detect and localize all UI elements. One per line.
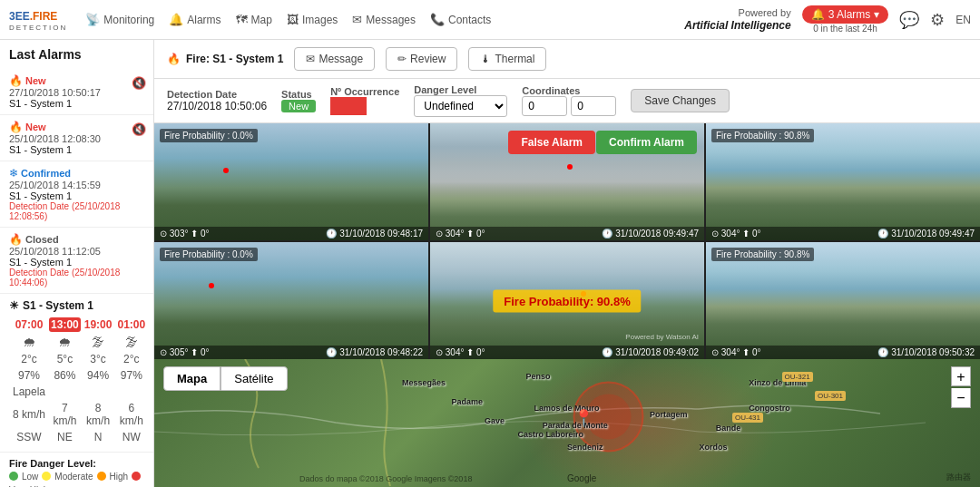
- alarm-item-1[interactable]: 🔥 New 🔇 27/10/2018 10:50:17 S1 - System …: [0, 69, 153, 115]
- alarm-location-3: S1 - System 1: [9, 190, 144, 201]
- map-area: Mapa Satélite 📍 + − Messegães Penso Pada…: [154, 359, 980, 487]
- image-timestamp-4: 🕐 31/10/2018 09:48:22: [326, 347, 423, 357]
- danger-dot-moderate: [42, 472, 51, 481]
- images-map-area: Fire Probability : 0.0% ⊙ 303° ⬆ 0° 🕐 31…: [154, 123, 980, 487]
- nav-map[interactable]: 🗺 Map: [236, 13, 272, 26]
- image-angle-4: ⊙ 305° ⬆ 0°: [160, 347, 210, 357]
- weather-wind-dir-row: SSW NE N NW: [11, 430, 147, 444]
- map-zoom-out-button[interactable]: −: [951, 388, 971, 408]
- nav-images[interactable]: 🖼 Images: [287, 13, 338, 26]
- alarm-detect-4: Detection Date (25/10/2018 10:44:06): [9, 268, 144, 287]
- alarm-status-1: New: [25, 75, 46, 86]
- review-button[interactable]: ✏ Review: [386, 47, 457, 71]
- mute-icon-1[interactable]: 🔇: [132, 76, 146, 90]
- weather-table: 07:00 13:00 19:00 01:00 🌧 🌧 🌫 🌫 2°c 5°c …: [9, 316, 149, 446]
- image-timestamp-6: 🕐 31/10/2018 09:50:32: [877, 347, 975, 357]
- confirm-alarm-button[interactable]: Confirm Alarm: [596, 131, 697, 154]
- place-label-gave: Gave: [485, 416, 505, 425]
- place-label-xordos: Xordos: [700, 443, 728, 452]
- image-overlay-2: ⊙ 304° ⬆ 0° 🕐 31/10/2018 09:49:47: [430, 227, 704, 240]
- message-button[interactable]: ✉ Message: [294, 47, 375, 71]
- image-prob-6: Fire Probability : 90.8%: [711, 248, 814, 261]
- mute-icon-2[interactable]: 🔇: [132, 122, 146, 136]
- content-title: 🔥 Fire: S1 - System 1: [167, 53, 283, 65]
- thermal-btn-icon: 🌡: [480, 53, 491, 65]
- alarm-item-2[interactable]: 🔥 New 🔇 25/10/2018 12:08:30 S1 - System …: [0, 115, 153, 161]
- contacts-icon: 📞: [430, 13, 445, 26]
- thermal-button[interactable]: 🌡 Thermal: [468, 47, 546, 71]
- map-mapa-button[interactable]: Mapa: [163, 366, 220, 391]
- place-label-castro: Castro Laboreiro: [517, 430, 583, 439]
- danger-dot-high: [97, 472, 106, 481]
- fire-icon-1: 🔥: [9, 74, 23, 87]
- road-label-ou301: OU-301: [815, 391, 846, 401]
- map-overlay-buttons: Mapa Satélite: [163, 366, 288, 391]
- image-cell-6[interactable]: Fire Probability : 90.8% ⊙ 304° ⬆ 0° 🕐 3…: [706, 242, 980, 359]
- map-extra-credit: 路由器: [946, 472, 971, 483]
- image-cell-1[interactable]: Fire Probability : 0.0% ⊙ 303° ⬆ 0° 🕐 31…: [154, 123, 428, 240]
- alarm-status-2: New: [25, 122, 46, 132]
- sidebar: Last Alarms 🔥 New 🔇 27/10/2018 10:50:17 …: [0, 40, 154, 487]
- alarm-item-4[interactable]: 🔥 Closed 25/10/2018 11:12:05 S1 - System…: [0, 228, 153, 294]
- place-label-bande: Bande: [716, 424, 741, 433]
- save-changes-button[interactable]: Save Changes: [631, 89, 730, 112]
- detection-coord-col: Coordinates: [522, 85, 616, 116]
- fire-icon-2: 🔥: [9, 121, 23, 133]
- detection-occurrence-col: Nº Occurrence: [330, 86, 399, 115]
- review-btn-icon: ✏: [397, 53, 407, 65]
- time-0700[interactable]: 07:00: [11, 317, 47, 332]
- image-timestamp-5: 🕐 31/10/2018 09:49:02: [602, 347, 699, 357]
- alarm-badge[interactable]: 🔔 3 Alarms ▾: [802, 5, 889, 24]
- map-data-credit: Dados do mapa ©2018 Google Imagens ©2018: [299, 474, 472, 483]
- image-overlay-1: ⊙ 303° ⬆ 0° 🕐 31/10/2018 09:48:17: [154, 227, 428, 240]
- danger-dot-low: [9, 472, 18, 481]
- settings-icon[interactable]: ⚙: [930, 10, 945, 30]
- fire-dot-4: [209, 283, 214, 288]
- alarm-status-3: Confirmed: [21, 168, 71, 179]
- map-zoom-in-button[interactable]: +: [951, 366, 971, 386]
- fire-dot-1: [223, 168, 229, 173]
- nav-messages[interactable]: ✉ Messages: [352, 13, 416, 26]
- image-overlay-5: ⊙ 304° ⬆ 0° 🕐 31/10/2018 09:49:02: [430, 346, 704, 359]
- weather-title: ☀ S1 - System 1: [9, 299, 144, 312]
- image-cell-3[interactable]: Fire Probability : 90.8% ⊙ 304° ⬆ 0° 🕐 3…: [706, 123, 980, 240]
- chat-icon[interactable]: 💬: [899, 10, 919, 30]
- place-label-sendeniz: Sendeniz: [567, 443, 603, 452]
- image-cell-4[interactable]: Fire Probability : 0.0% ⊙ 305° ⬆ 0° 🕐 31…: [154, 242, 428, 359]
- coord-input-2[interactable]: [571, 96, 616, 116]
- alarm-time-4: 25/10/2018 11:12:05: [9, 246, 144, 257]
- image-prob-1: Fire Probability : 0.0%: [160, 129, 258, 142]
- google-watermark: Google: [567, 473, 596, 483]
- image-cell-2[interactable]: False Alarm Confirm Alarm ⊙ 304° ⬆ 0° 🕐 …: [430, 123, 704, 240]
- detection-danger-col: Danger Level Undefined Low Moderate High…: [414, 84, 507, 117]
- image-cell-5[interactable]: Fire Probability: 90.8% Powered by Watso…: [430, 242, 704, 359]
- topnav-right: Powered by Artificial Intelligence 🔔 3 A…: [684, 5, 971, 34]
- map-satelite-button[interactable]: Satélite: [220, 366, 287, 391]
- nav-alarms[interactable]: 🔔 Alarms: [169, 13, 220, 26]
- alarm-location-4: S1 - System 1: [9, 257, 144, 268]
- image-prob-3: Fire Probability : 90.8%: [711, 129, 814, 142]
- danger-section: Fire Danger Level: Low Moderate High Ver…: [0, 453, 153, 487]
- alarm-status-4: Closed: [25, 234, 59, 245]
- fire-icon-4: 🔥: [9, 233, 23, 246]
- image-angle-6: ⊙ 304° ⬆ 0°: [711, 347, 761, 357]
- nav-contacts[interactable]: 📞 Contacts: [430, 13, 491, 26]
- danger-level-select[interactable]: Undefined Low Moderate High Very High: [414, 95, 507, 117]
- nav-monitoring[interactable]: 📡 Monitoring: [85, 13, 154, 26]
- fire-prob-center: Fire Probability: 90.8%: [493, 289, 641, 312]
- false-alarm-button[interactable]: False Alarm: [508, 131, 595, 154]
- image-angle-2: ⊙ 304° ⬆ 0°: [436, 229, 485, 239]
- road-label-ou321: OU-321: [782, 372, 813, 382]
- top-navigation: 3EE.FIRE DETECTION 📡 Monitoring 🔔 Alarms…: [0, 0, 980, 40]
- alarm-dropdown-icon: ▾: [874, 8, 879, 21]
- weather-humidity-row: 97% 86% 94% 97%: [11, 368, 147, 383]
- coord-input-1[interactable]: [522, 96, 567, 116]
- image-timestamp-1: 🕐 31/10/2018 09:48:17: [326, 229, 423, 239]
- alarm-item-3[interactable]: ❄ Confirmed 25/10/2018 14:15:59 S1 - Sys…: [0, 161, 153, 228]
- time-0100[interactable]: 01:00: [115, 317, 147, 332]
- time-1300[interactable]: 13:00: [49, 317, 81, 332]
- time-1900[interactable]: 19:00: [83, 317, 114, 332]
- messages-icon: ✉: [352, 13, 362, 26]
- nav-items: 📡 Monitoring 🔔 Alarms 🗺 Map 🖼 Images ✉ M…: [85, 13, 684, 26]
- danger-levels: Low Moderate High Very High: [9, 472, 144, 487]
